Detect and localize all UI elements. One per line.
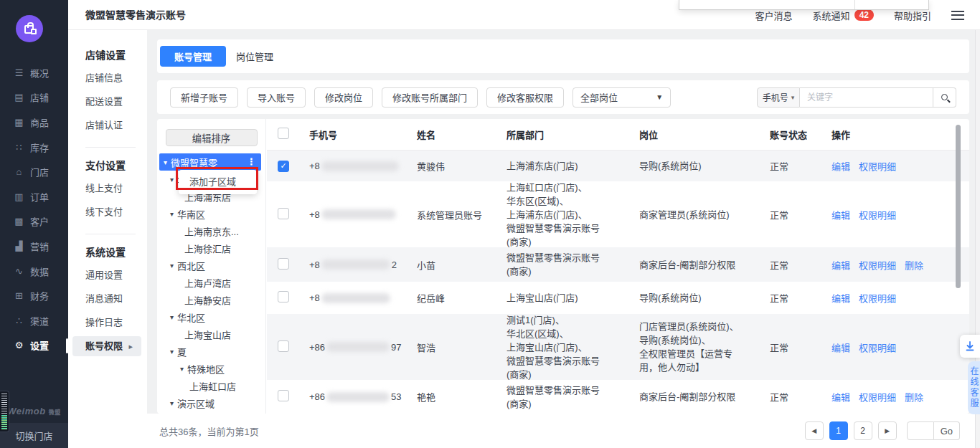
table-scrollbar[interactable] bbox=[956, 125, 961, 288]
system-notice-link[interactable]: 系统通知42 bbox=[813, 9, 874, 22]
subnav-item-certification[interactable]: 店铺认证 bbox=[68, 113, 147, 137]
row-checkbox[interactable] bbox=[278, 291, 289, 302]
tree-node[interactable]: ▾华北区 bbox=[157, 308, 265, 325]
sidebar-item-marketing[interactable]: ▟营销 bbox=[0, 234, 68, 259]
goto-page-button[interactable]: Go bbox=[934, 421, 960, 440]
tree-node[interactable]: ▾西北区 bbox=[157, 257, 265, 274]
edit-link[interactable]: 编辑 bbox=[831, 159, 850, 173]
modify-department-button[interactable]: 修改账号所属部门 bbox=[382, 87, 478, 108]
search-field-select[interactable]: 手机号▾ bbox=[757, 87, 800, 108]
phone-prefix: +86 bbox=[309, 342, 325, 353]
online-service-tab[interactable]: 在线客服 bbox=[968, 361, 980, 414]
caret-down-icon: ▾ bbox=[170, 399, 174, 407]
tree-node[interactable]: 上海虹口店 bbox=[157, 377, 265, 394]
subnav-item-delivery[interactable]: 配送设置 bbox=[68, 90, 147, 113]
sidebar-item-finance[interactable]: ⊞财务 bbox=[0, 283, 68, 308]
sidebar-item-data[interactable]: ∿数据 bbox=[0, 259, 68, 284]
tree-node[interactable]: 上海宝山店 bbox=[157, 325, 265, 343]
edit-link[interactable]: 编辑 bbox=[831, 258, 850, 272]
department-tree: 编辑排序 ▾微盟智慧零⋮ ▾华东区 上海浦东店 ▾华南区 上海南京东... 上海… bbox=[157, 119, 266, 414]
tree-node[interactable]: 上海南京东... bbox=[157, 222, 265, 239]
row-checkbox[interactable] bbox=[278, 340, 289, 352]
tree-node[interactable]: ▾演示区域 bbox=[157, 394, 265, 411]
add-subregion-menu-item[interactable]: 添加子区域 bbox=[179, 170, 257, 194]
search-button[interactable] bbox=[933, 87, 956, 108]
tree-node[interactable]: 上海徐汇店 bbox=[157, 239, 265, 257]
page-1-button[interactable]: 1 bbox=[829, 421, 848, 440]
sidebar-item-customers[interactable]: ▩客户 bbox=[0, 209, 68, 234]
row-checkbox[interactable]: ✓ bbox=[278, 161, 289, 172]
modify-service-permission-button[interactable]: 修改客服权限 bbox=[486, 87, 564, 108]
download-float-button[interactable] bbox=[960, 335, 980, 358]
sidebar-item-overview[interactable]: ☰概况 bbox=[0, 60, 68, 85]
tree-node[interactable]: ▾夏 bbox=[157, 343, 265, 360]
search-input[interactable] bbox=[800, 87, 933, 108]
switch-store-button[interactable]: 切换门店 bbox=[0, 423, 68, 448]
edit-link[interactable]: 编辑 bbox=[831, 291, 850, 305]
delete-link[interactable]: 删除 bbox=[905, 258, 923, 272]
help-guide-link[interactable]: 帮助指引 bbox=[894, 9, 931, 22]
collapsed-panel-handle[interactable] bbox=[0, 391, 9, 432]
weimob-wordmark: Weimob 微盟 bbox=[0, 406, 68, 416]
tree-node[interactable]: 上海静安店 bbox=[157, 291, 265, 308]
page-2-button[interactable]: 2 bbox=[854, 421, 872, 440]
subnav-item-offline-pay[interactable]: 线下支付 bbox=[68, 200, 147, 224]
customer-messages-link[interactable]: 客户消息 bbox=[755, 9, 793, 22]
tree-node[interactable]: 上海卢湾店 bbox=[157, 274, 265, 291]
subnav-item-general[interactable]: 通用设置 bbox=[68, 263, 147, 287]
tree-node[interactable]: ▾华南区 bbox=[157, 205, 265, 222]
section-title: 店铺设置 bbox=[68, 44, 147, 66]
caret-down-icon: ▾ bbox=[791, 94, 795, 101]
edit-link[interactable]: 编辑 bbox=[831, 390, 850, 404]
permission-detail-link[interactable]: 权限明细 bbox=[859, 258, 896, 272]
row-checkbox[interactable] bbox=[278, 258, 289, 270]
divider bbox=[85, 147, 136, 148]
tree-node-label: 华南区 bbox=[177, 207, 205, 221]
sidebar-item-goods[interactable]: ▦商品 bbox=[0, 110, 68, 135]
account-position: 商家管理员(系统岗位) bbox=[639, 208, 770, 221]
subnav-item-notifications[interactable]: 消息通知 bbox=[68, 287, 147, 310]
weimob-logo-icon[interactable] bbox=[16, 15, 43, 42]
permission-detail-link[interactable]: 权限明细 bbox=[859, 159, 896, 173]
tree-node-label: 上海卢湾店 bbox=[184, 276, 231, 290]
edit-sort-button[interactable]: 编辑排序 bbox=[166, 129, 258, 146]
header-department: 所属部门 bbox=[507, 128, 639, 141]
tab-position-management[interactable]: 岗位管理 bbox=[236, 49, 273, 63]
sidebar-item-settings[interactable]: ⚙设置 bbox=[0, 333, 68, 358]
shop-icon: ▤ bbox=[13, 92, 25, 103]
subnav-item-account-permissions[interactable]: 账号权限▸ bbox=[72, 336, 141, 356]
sidebar-item-channels[interactable]: ∴渠道 bbox=[0, 308, 68, 333]
row-checkbox[interactable] bbox=[278, 390, 289, 401]
next-page-button[interactable]: ▶ bbox=[878, 421, 897, 440]
tab-account-management[interactable]: 账号管理 bbox=[160, 46, 226, 67]
sidebar-item-label: 订单 bbox=[30, 190, 49, 204]
row-checkbox[interactable] bbox=[278, 208, 289, 219]
modify-position-button[interactable]: 修改岗位 bbox=[314, 87, 373, 108]
delete-link[interactable]: 删除 bbox=[905, 390, 923, 404]
permission-detail-link[interactable]: 权限明细 bbox=[859, 340, 896, 354]
permission-detail-link[interactable]: 权限明细 bbox=[859, 208, 896, 221]
channels-icon: ∴ bbox=[13, 315, 25, 326]
menu-icon[interactable] bbox=[951, 11, 964, 20]
import-account-button[interactable]: 导入账号 bbox=[247, 87, 306, 108]
permission-detail-link[interactable]: 权限明细 bbox=[859, 390, 896, 404]
subnav-item-shop-info[interactable]: 店铺信息 bbox=[68, 66, 147, 90]
select-all-checkbox[interactable] bbox=[278, 128, 289, 139]
tree-node[interactable]: ▾特殊地区 bbox=[157, 360, 265, 377]
sidebar-item-shop[interactable]: ▤店铺 bbox=[0, 85, 68, 110]
permission-detail-link[interactable]: 权限明细 bbox=[859, 291, 896, 305]
edit-link[interactable]: 编辑 bbox=[831, 208, 850, 221]
tree-root-node[interactable]: ▾微盟智慧零⋮ bbox=[159, 153, 261, 171]
sidebar-item-stores[interactable]: ⌂门店 bbox=[0, 159, 68, 184]
sidebar-item-inventory[interactable]: ∷库存 bbox=[0, 135, 68, 160]
subnav-item-online-pay[interactable]: 线上支付 bbox=[68, 176, 147, 200]
position-filter-select[interactable]: 全部岗位▼ bbox=[573, 87, 671, 108]
subnav-item-operation-log[interactable]: 操作日志 bbox=[68, 310, 147, 334]
prev-page-button[interactable]: ◀ bbox=[805, 421, 824, 440]
more-icon[interactable]: ⋮ bbox=[247, 153, 256, 171]
account-status: 正常 bbox=[770, 208, 831, 221]
add-subaccount-button[interactable]: 新增子账号 bbox=[170, 87, 238, 108]
sidebar-item-orders[interactable]: ▥订单 bbox=[0, 184, 68, 209]
goto-page-input[interactable] bbox=[907, 421, 934, 440]
edit-link[interactable]: 编辑 bbox=[831, 340, 850, 354]
